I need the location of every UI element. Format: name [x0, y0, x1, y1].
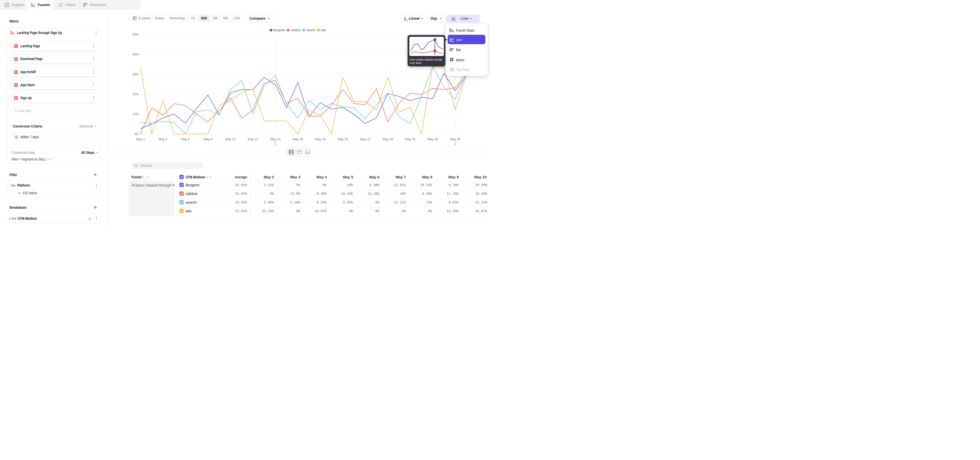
svg-text:May 24: May 24 — [383, 137, 393, 141]
svg-text:May 14: May 14 — [270, 137, 280, 141]
svg-text:May 2: May 2 — [136, 137, 145, 141]
svg-text:May 30: May 30 — [450, 137, 460, 141]
svg-text:May 4: May 4 — [159, 137, 167, 141]
svg-text:May 6: May 6 — [181, 137, 189, 141]
svg-text:20%: 20% — [132, 93, 139, 96]
svg-text:30%: 30% — [132, 73, 139, 76]
svg-text:May 16: May 16 — [293, 137, 303, 141]
svg-text:May 26: May 26 — [405, 137, 415, 141]
svg-text:May 8: May 8 — [204, 137, 212, 141]
svg-text:50%: 50% — [132, 33, 139, 36]
svg-text:May 20: May 20 — [338, 137, 348, 141]
svg-text:May 22: May 22 — [360, 137, 371, 141]
svg-text:40%: 40% — [132, 53, 139, 56]
svg-text:0%: 0% — [134, 133, 139, 136]
svg-text:May 10: May 10 — [225, 137, 235, 141]
svg-text:May 28: May 28 — [428, 137, 438, 141]
svg-text:10%: 10% — [132, 112, 139, 116]
svg-text:May 18: May 18 — [315, 137, 326, 141]
svg-text:May 12: May 12 — [248, 137, 258, 141]
